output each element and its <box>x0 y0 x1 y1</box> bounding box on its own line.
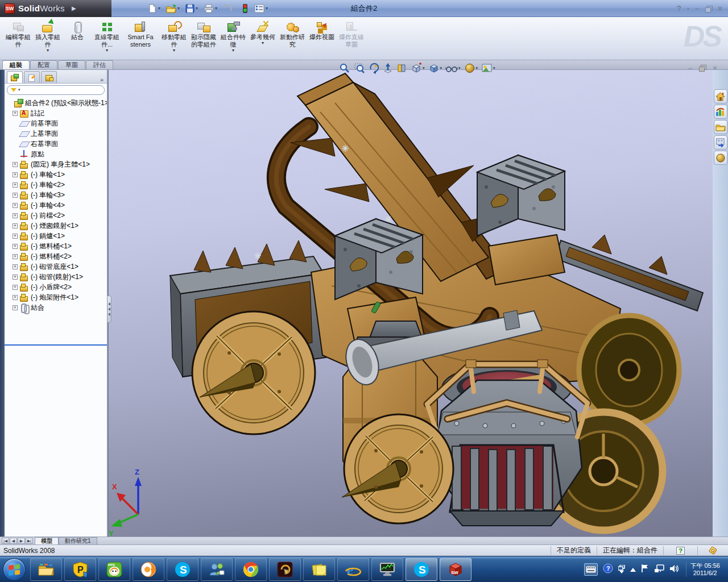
panel-overflow-chevron[interactable]: » <box>100 76 105 83</box>
print-button[interactable]: ▾ <box>201 2 219 15</box>
tree-item[interactable]: + (-) 炮架附件<1> <box>6 292 107 302</box>
prev-tab-button[interactable]: ◀ <box>10 538 17 544</box>
display-style-button[interactable]: ▾ <box>428 62 443 74</box>
start-button[interactable] <box>3 558 26 581</box>
toolbar-button[interactable]: 組合件特徵 ▾ <box>218 18 248 59</box>
tree-item[interactable]: + (-) 車輪<2> <box>6 180 107 190</box>
tree-item[interactable]: + 註記 <box>6 108 107 118</box>
expand-toggle-icon[interactable]: + <box>13 203 18 208</box>
dropdown-arrow-icon[interactable]: ▾ <box>262 41 264 45</box>
first-tab-button[interactable]: |◀ <box>2 538 9 544</box>
input-method-keyboard-icon[interactable] <box>584 563 598 576</box>
dropdown-arrow-icon[interactable]: ▾ <box>173 48 175 53</box>
taskbar-sticky-notes[interactable] <box>303 558 335 581</box>
tree-item[interactable]: + 前基準面 <box>6 118 107 128</box>
taskbar-chrome[interactable] <box>235 558 267 581</box>
taskbar-skype[interactable]: S <box>167 558 198 581</box>
rotate-view-button[interactable] <box>368 62 380 74</box>
tree-item[interactable]: + (-) 前檔<2> <box>6 210 107 221</box>
taskbar-msn-messenger[interactable] <box>201 558 233 581</box>
zoom-to-area-button[interactable] <box>353 62 366 74</box>
expand-toggle-icon[interactable]: + <box>13 111 18 116</box>
taskbar-solidworks[interactable]: SW <box>440 558 471 581</box>
taskbar-skype-window[interactable]: S <box>406 558 437 581</box>
tree-item[interactable]: + (-) 小盾牌<2> <box>6 282 107 292</box>
tree-item[interactable]: + 右基準面 <box>6 139 107 149</box>
expand-toggle-icon[interactable]: + <box>13 213 18 218</box>
tree-item[interactable]: + (固定) 車身主體<1> <box>6 159 107 169</box>
tree-item[interactable]: + (-) 車輪<3> <box>6 190 107 200</box>
toolbar-button[interactable]: 移動零組件 ▾ <box>159 18 189 59</box>
command-tab[interactable]: 評估 <box>86 60 113 69</box>
document-tab[interactable]: 動作研究1 <box>59 537 97 544</box>
next-tab-button[interactable]: ▶ <box>18 538 25 544</box>
doc-close-button[interactable]: × <box>713 64 717 72</box>
design-library-button[interactable] <box>714 105 727 119</box>
tree-item[interactable]: + (-) 砲管底座<1> <box>6 261 107 272</box>
minimize-button[interactable]: – <box>695 4 700 13</box>
toolbar-button[interactable]: Smart Fasteners ▾ <box>122 18 159 59</box>
expand-toggle-icon[interactable]: + <box>13 254 18 259</box>
expand-toggle-icon[interactable]: + <box>13 172 18 177</box>
expand-toggle-icon[interactable]: + <box>13 264 18 269</box>
volume-icon[interactable] <box>669 564 679 575</box>
expand-toggle-icon[interactable]: + <box>13 295 18 300</box>
toolbar-button[interactable]: 新動作研究 ▾ <box>278 18 307 59</box>
taskbar-garena[interactable] <box>269 558 301 581</box>
tree-item[interactable]: + (-) 車輪<1> <box>6 169 107 180</box>
restore-button[interactable] <box>705 6 712 12</box>
save-button[interactable]: ▾ <box>183 2 200 15</box>
expand-toggle-icon[interactable]: + <box>13 305 18 310</box>
close-button[interactable]: × <box>718 4 722 13</box>
tree-item[interactable]: + (-) 燃料桶<2> <box>6 251 107 261</box>
taskbar-internet-explorer[interactable]: e <box>337 558 369 581</box>
view-palette-button[interactable] <box>714 135 727 149</box>
expand-toggle-icon[interactable]: + <box>13 182 18 188</box>
normal-to-button[interactable] <box>383 62 393 74</box>
hide-show-items-button[interactable]: ▾ <box>445 62 461 74</box>
tree-item[interactable]: + 結合 <box>6 302 107 313</box>
new-document-button[interactable]: ▾ <box>146 2 162 15</box>
expand-toggle-icon[interactable]: + <box>13 234 18 239</box>
show-hidden-icons-button[interactable] <box>630 566 636 573</box>
resources-home-button[interactable] <box>714 89 727 103</box>
expand-toggle-icon[interactable]: + <box>13 275 18 280</box>
tag-icon[interactable] <box>709 546 717 555</box>
command-tab[interactable]: 草圖 <box>58 60 85 69</box>
open-button[interactable]: ▾ <box>164 2 181 15</box>
dropdown-arrow-icon[interactable]: ▾ <box>232 48 234 53</box>
toolbar-button[interactable]: 直線零組件... ▾ <box>92 18 122 59</box>
dropdown-arrow-icon[interactable]: ▾ <box>106 48 108 53</box>
tree-root-item[interactable]: 組合件2 (預設<顯示狀態-1>) <box>6 98 107 108</box>
quick-tips-button[interactable]: ? <box>676 547 685 555</box>
tree-item[interactable]: + (-) 鍋爐<1> <box>6 231 107 241</box>
featuremanager-tab[interactable] <box>7 71 23 83</box>
view-orientation-button[interactable]: ▾ <box>410 62 425 74</box>
file-explorer-button[interactable] <box>714 120 727 134</box>
expand-toggle-icon[interactable]: + <box>13 162 18 167</box>
tree-item[interactable]: + (-) 砲管(鏡射)<1> <box>6 272 107 282</box>
taskbar-pps-tv[interactable]: PPS <box>98 558 130 581</box>
help-button[interactable]: ? <box>676 4 681 13</box>
action-center-flag-icon[interactable] <box>641 564 649 575</box>
dropdown-arrow-icon[interactable]: ▾ <box>47 48 49 53</box>
toolbar-button[interactable]: 結合 ▾ <box>63 18 92 59</box>
document-tab[interactable]: 模型 <box>35 537 59 544</box>
tree-item[interactable]: + 原點 <box>6 149 107 159</box>
zoom-to-fit-button[interactable] <box>338 62 351 74</box>
expand-toggle-icon[interactable]: + <box>13 223 18 228</box>
undo-button[interactable]: ▾ <box>221 2 238 15</box>
taskbar-bitcomet[interactable] <box>133 558 164 581</box>
logo-menu-arrow-icon[interactable]: ▶ <box>72 5 76 11</box>
expand-toggle-icon[interactable]: + <box>13 244 18 249</box>
toolbar-button[interactable]: 爆炸視圖 ▾ <box>307 18 337 59</box>
last-tab-button[interactable]: ▶| <box>26 538 33 544</box>
appearances-button[interactable]: ▾ <box>464 62 479 74</box>
graphics-viewport[interactable]: Z X Y <box>108 70 713 537</box>
taskbar-clock[interactable]: 下午 05:56 2011/6/2 <box>686 562 723 577</box>
network-icon[interactable] <box>654 564 664 575</box>
assembly-3d-model[interactable]: Z X Y <box>109 70 713 537</box>
panel-collapse-grip[interactable] <box>107 296 111 323</box>
taskbar-windows-explorer[interactable] <box>30 558 62 581</box>
tree-item[interactable]: + (-) 車輪<4> <box>6 200 107 210</box>
